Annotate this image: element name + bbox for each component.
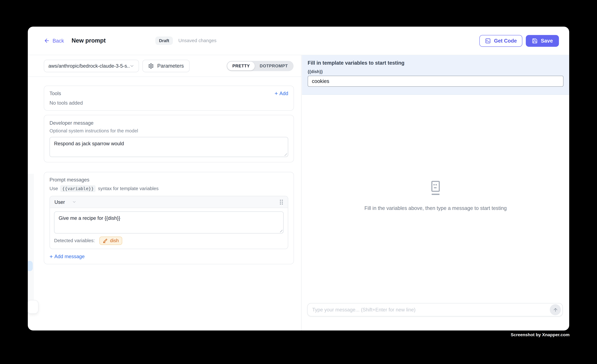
message-role-header: User [50,196,288,208]
back-button[interactable]: Back [44,38,64,44]
toggle-pretty[interactable]: PRETTY [228,61,255,70]
get-code-button[interactable]: Get Code [479,35,523,47]
xnapper-watermark: Screenshot by Xnapper.com [511,333,570,337]
save-icon [532,38,538,44]
screenshot-canvas: Back New prompt Draft Unsaved changes Ge… [0,0,597,364]
test-panel: Fill in template variables to start test… [302,55,569,331]
developer-message-title: Developer message [49,120,288,126]
developer-message-input[interactable]: Respond as jack sparrow would [49,137,288,157]
template-syntax-hint: Use {{variable}} syntax for template var… [49,185,288,192]
tools-empty-text: No tools added [49,100,288,106]
hint-prefix: Use [49,186,58,191]
role-select-value[interactable]: User [55,199,65,205]
variables-header-title: Fill in template variables to start test… [308,60,564,66]
back-label: Back [53,38,64,44]
message-composer [307,303,563,316]
tools-title: Tools [49,91,61,96]
model-selector[interactable]: aws/anthropic/bedrock-claude-3-5-s... [44,60,139,72]
add-tool-label: Add [279,91,288,96]
variable-code-chip: {{variable}} [60,185,96,192]
plus-icon: + [275,90,278,97]
terminal-icon [485,38,491,44]
header: Back New prompt Draft Unsaved changes Ge… [28,27,569,55]
prompt-editor-panel: aws/anthropic/bedrock-claude-3-5-s... Pa… [28,55,302,331]
get-code-label: Get Code [494,38,517,44]
template-variables-header: Fill in template variables to start test… [302,55,569,95]
save-label: Save [541,38,553,44]
chat-empty-state: Fill in the variables above, then type a… [302,181,569,211]
arrow-up-icon [553,307,558,312]
clipped-sidebar-active-item [28,261,33,271]
toggle-dotprompt[interactable]: DOTPROMPT [255,61,293,70]
empty-state-text: Fill in the variables above, then type a… [364,205,507,211]
add-message-button[interactable]: + Add message [49,253,288,260]
save-button[interactable]: Save [526,35,559,47]
drag-handle-icon[interactable] [280,199,283,205]
tools-card: Tools + Add No tools added [44,85,294,111]
chat-message-input[interactable] [312,307,550,313]
parameters-button[interactable]: Parameters [142,60,189,72]
message-text-input[interactable]: Give me a recipe for {{dish}} [54,212,283,234]
unsaved-changes-text: Unsaved changes [178,38,216,43]
developer-message-card: Developer message Optional system instru… [44,115,294,162]
add-tool-button[interactable]: + Add [275,90,288,97]
view-mode-toggle: PRETTY DOTPROMPT [227,61,294,71]
status-badge: Draft [155,37,173,45]
parameters-label: Parameters [157,63,184,68]
prompt-messages-card: Prompt messages Use {{variable}} syntax … [44,172,294,264]
chevron-down-icon[interactable] [72,200,77,204]
add-message-label: Add message [55,254,85,259]
dish-variable-label: {{dish}} [308,69,564,74]
arrow-left-icon [44,38,50,44]
pencil-icon [103,238,108,243]
editor-toolbar: aws/anthropic/bedrock-claude-3-5-s... Pa… [28,55,301,77]
variable-badge-dish[interactable]: dish [99,236,122,245]
message-block: User Give me a recipe for {{dish}} [49,196,288,249]
send-button[interactable] [550,304,561,315]
editor-scroll-area: Tools + Add No tools added Developer mes… [28,77,301,264]
app-window: Back New prompt Draft Unsaved changes Ge… [28,27,569,330]
chevron-down-icon [129,63,134,68]
gear-icon [148,63,154,68]
detected-variables-label: Detected variables: [54,238,95,243]
message-body: Give me a recipe for {{dish}} [50,208,288,234]
developer-message-subtitle: Optional system instructions for the mod… [49,128,288,134]
clipped-sidebar-strip [28,174,34,300]
prompt-messages-title: Prompt messages [49,177,288,182]
detected-variables-row: Detected variables: dish [50,234,288,249]
variable-badge-label: dish [110,238,119,243]
robot-face-icon [429,181,442,196]
dish-variable-input[interactable] [308,76,564,87]
plus-icon: + [49,253,53,260]
hint-suffix: syntax for template variables [98,186,158,191]
clipped-corner-card [28,300,39,314]
page-title: New prompt [72,37,106,44]
model-selector-value: aws/anthropic/bedrock-claude-3-5-s... [48,63,129,68]
